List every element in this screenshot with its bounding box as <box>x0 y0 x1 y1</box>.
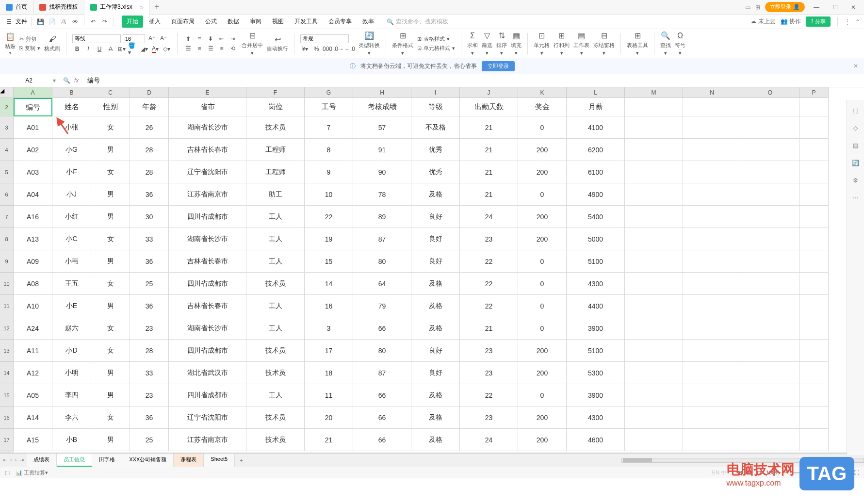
cell[interactable] <box>683 362 741 384</box>
cell[interactable]: 200 <box>518 362 567 384</box>
cell[interactable] <box>683 206 741 228</box>
spreadsheet-grid[interactable]: 编号姓名性别年龄省市岗位工号考核成绩等级出勤天数奖金月薪A01小张女26湖南省长… <box>14 98 829 453</box>
cell[interactable]: 女 <box>91 116 130 139</box>
cell[interactable] <box>683 295 741 317</box>
cell[interactable] <box>741 228 799 250</box>
sheet-last-icon[interactable]: ⇥ <box>19 457 24 463</box>
cell[interactable]: 24 <box>460 429 518 451</box>
notice-close-icon[interactable]: ✕ <box>853 63 858 69</box>
fill-button[interactable]: ▦填充▾ <box>511 31 522 56</box>
cell[interactable]: 王五 <box>52 273 91 295</box>
column-header[interactable]: I <box>411 87 460 98</box>
highlight-button[interactable]: ◢▾ <box>139 45 149 53</box>
select-all-corner[interactable]: ◢ <box>0 87 14 98</box>
cell[interactable]: 优秀 <box>411 161 460 183</box>
font-color-button[interactable]: A▾ <box>150 45 160 53</box>
cell[interactable]: 江苏省南京市 <box>169 183 246 206</box>
increase-font-icon[interactable]: A⁺ <box>147 34 157 42</box>
cell[interactable]: 工人 <box>246 384 305 406</box>
symbol-button[interactable]: Ω符号▾ <box>675 31 685 56</box>
print-icon[interactable]: 🖨 <box>59 17 68 27</box>
cell[interactable]: 考核成绩 <box>353 98 411 116</box>
cell[interactable] <box>625 429 683 451</box>
cell[interactable] <box>799 250 829 273</box>
coop-button[interactable]: 👥 协作 <box>781 17 801 26</box>
cell[interactable]: 编号 <box>14 98 52 116</box>
cell[interactable]: 23 <box>130 317 169 340</box>
cell[interactable]: 66 <box>353 406 411 429</box>
cell[interactable] <box>625 183 683 206</box>
cell[interactable]: 89 <box>353 206 411 228</box>
cell[interactable]: 及格 <box>411 295 460 317</box>
new-tab-button[interactable]: + <box>149 2 164 12</box>
cell[interactable]: 80 <box>353 340 411 362</box>
cell[interactable] <box>625 139 683 161</box>
column-header[interactable]: C <box>91 87 130 98</box>
cell[interactable]: 良好 <box>411 362 460 384</box>
cell[interactable] <box>741 295 799 317</box>
cell[interactable]: 良好 <box>411 250 460 273</box>
cell[interactable]: 不及格 <box>411 116 460 139</box>
cell[interactable]: A04 <box>14 183 52 206</box>
cell[interactable]: A16 <box>14 206 52 228</box>
cell[interactable]: 200 <box>518 161 567 183</box>
cell[interactable]: 小红 <box>52 206 91 228</box>
cell[interactable]: 省市 <box>169 98 246 116</box>
cell[interactable]: 5000 <box>567 228 625 250</box>
cell[interactable]: 87 <box>353 362 411 384</box>
column-header[interactable]: K <box>518 87 567 98</box>
cell[interactable]: 月薪 <box>567 98 625 116</box>
cell[interactable]: 技术员 <box>246 273 305 295</box>
cell[interactable] <box>683 228 741 250</box>
cell[interactable]: 小E <box>52 295 91 317</box>
cell[interactable]: 9 <box>305 161 353 183</box>
cell[interactable]: 吉林省长春市 <box>169 250 246 273</box>
cell[interactable]: 36 <box>130 406 169 429</box>
cell[interactable] <box>683 250 741 273</box>
orientation-icon[interactable]: ⟲ <box>228 45 238 52</box>
save-icon[interactable]: 💾 <box>35 17 45 27</box>
cell[interactable] <box>799 384 829 406</box>
cell[interactable]: 3 <box>305 317 353 340</box>
merge-button[interactable]: ⊟合并居中▾ <box>242 31 263 56</box>
cell[interactable]: 5300 <box>567 362 625 384</box>
row-header[interactable]: 4 <box>0 139 14 161</box>
cell[interactable]: 辽宁省沈阳市 <box>169 406 246 429</box>
cell[interactable]: 3900 <box>567 384 625 406</box>
cell[interactable]: 男 <box>91 139 130 161</box>
cell[interactable]: A08 <box>14 273 52 295</box>
number-format-select[interactable] <box>300 34 349 43</box>
chevron-down-icon[interactable]: ▾ <box>53 77 56 84</box>
cell[interactable] <box>683 317 741 340</box>
border-button[interactable]: ⊞▾ <box>117 45 127 53</box>
cell[interactable]: 0 <box>518 116 567 139</box>
cell[interactable]: 良好 <box>411 206 460 228</box>
cell[interactable]: 4100 <box>567 116 625 139</box>
cell[interactable]: 小J <box>52 183 91 206</box>
cell[interactable]: 23 <box>460 228 518 250</box>
cell[interactable]: 四川省成都市 <box>169 273 246 295</box>
cell[interactable]: 女 <box>91 161 130 183</box>
cell[interactable]: 64 <box>353 273 411 295</box>
cell[interactable] <box>625 273 683 295</box>
cell[interactable]: 33 <box>130 228 169 250</box>
cell[interactable]: 14 <box>305 273 353 295</box>
cell[interactable]: A03 <box>14 161 52 183</box>
cell[interactable]: 江苏省南京市 <box>169 429 246 451</box>
format-painter-button[interactable]: 🖌格式刷 <box>44 34 60 52</box>
command-search[interactable]: 🔍 查找命令、搜索模板 <box>387 17 448 26</box>
cell[interactable] <box>741 161 799 183</box>
export-icon[interactable]: 📄 <box>47 17 57 27</box>
cell[interactable]: 女 <box>91 273 130 295</box>
login-button[interactable]: 立即登录👤 <box>765 2 805 12</box>
align-bottom-icon[interactable]: ⬇ <box>206 35 215 43</box>
cell[interactable]: 奖金 <box>518 98 567 116</box>
cell[interactable]: 28 <box>130 139 169 161</box>
sidebar-convert-icon[interactable]: 🔄 <box>851 158 861 168</box>
row-header[interactable]: 9 <box>0 250 14 273</box>
cell[interactable]: 工人 <box>246 206 305 228</box>
cell[interactable]: 工程师 <box>246 161 305 183</box>
cell[interactable]: 4300 <box>567 406 625 429</box>
cell[interactable]: A14 <box>14 406 52 429</box>
fx-icon[interactable]: fx <box>74 77 79 84</box>
